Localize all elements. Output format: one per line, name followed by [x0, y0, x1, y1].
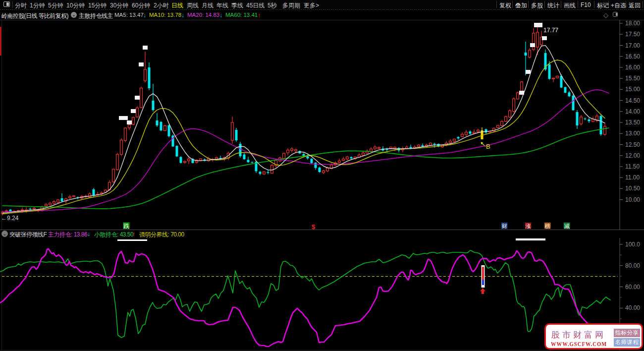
svg-text:12.50: 12.50	[625, 141, 640, 148]
svg-text:15.50: 15.50	[625, 75, 640, 82]
svg-text:减: 减	[564, 223, 570, 229]
svg-text:15.00: 15.00	[625, 86, 640, 93]
svg-text:16.00: 16.00	[625, 64, 640, 71]
svg-text:10.00: 10.00	[625, 196, 640, 203]
svg-text:财: 财	[502, 223, 507, 229]
svg-text:←9.24: ←9.24	[1, 215, 19, 222]
svg-text:18.00: 18.00	[625, 20, 640, 27]
svg-text:60.00: 60.00	[625, 284, 640, 291]
svg-text:11.50: 11.50	[625, 163, 640, 170]
svg-text:榜: 榜	[545, 223, 550, 229]
svg-text:14.00: 14.00	[625, 108, 640, 115]
svg-text:14.50: 14.50	[625, 97, 640, 104]
svg-text:10.50: 10.50	[625, 185, 640, 192]
svg-text:100.0: 100.0	[625, 241, 640, 248]
svg-text:80.00: 80.00	[625, 262, 640, 269]
svg-text:17.00: 17.00	[625, 42, 640, 49]
svg-text:17.50: 17.50	[625, 31, 640, 38]
svg-text:B: B	[486, 143, 490, 150]
svg-text:13.50: 13.50	[625, 119, 640, 126]
svg-text:17.77: 17.77	[543, 27, 558, 34]
svg-text:40.00: 40.00	[625, 304, 640, 311]
svg-text:跌: 跌	[123, 223, 129, 230]
svg-text:涨: 涨	[526, 223, 531, 229]
svg-text:12.00: 12.00	[625, 152, 640, 159]
svg-text:16.50: 16.50	[625, 53, 640, 60]
svg-text:13.00: 13.00	[625, 130, 640, 137]
svg-text:11.00: 11.00	[625, 174, 640, 181]
svg-text:$: $	[312, 223, 316, 231]
